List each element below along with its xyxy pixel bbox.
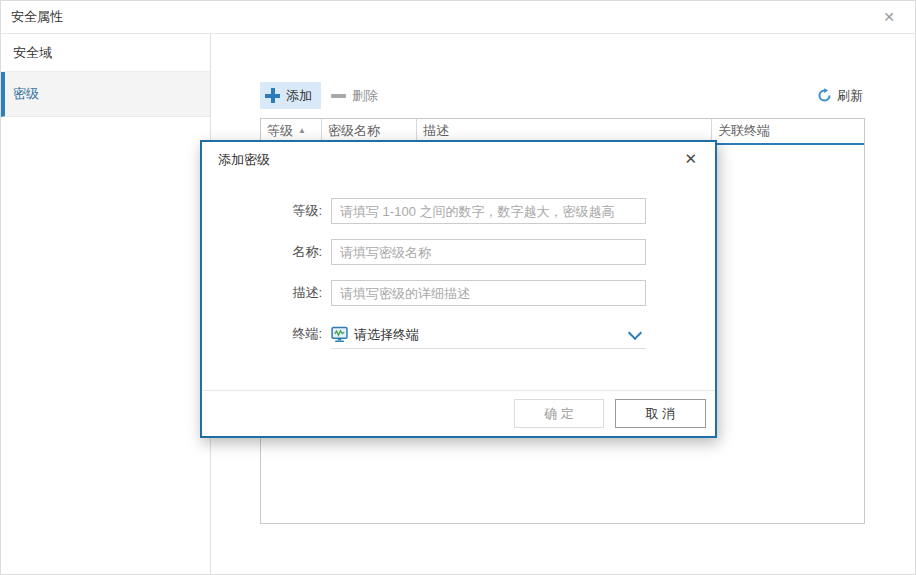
sidebar-item-label: 密级: [13, 86, 39, 101]
close-icon[interactable]: ✕: [877, 1, 901, 33]
titlebar: 安全属性 ✕: [1, 1, 915, 34]
window-title: 安全属性: [11, 1, 63, 33]
description-field-row: 描述:: [202, 280, 715, 307]
refresh-button[interactable]: 刷新: [817, 83, 863, 108]
level-label: 等级:: [202, 198, 322, 224]
refresh-button-label: 刷新: [837, 87, 863, 105]
dialog-footer-divider: [202, 390, 715, 391]
level-field-row: 等级:: [202, 198, 715, 225]
name-label: 名称:: [202, 239, 322, 265]
cancel-button[interactable]: 取 消: [615, 399, 706, 428]
level-input[interactable]: [331, 198, 646, 224]
terminal-dropdown[interactable]: 请选择终端: [331, 321, 646, 349]
name-field-row: 名称:: [202, 239, 715, 266]
add-security-level-dialog: 添加密级 ✕ 等级: 名称: 描述: 终端:: [200, 140, 717, 438]
column-header-associated-terminals[interactable]: 关联终端: [712, 119, 864, 143]
description-input[interactable]: [331, 280, 646, 306]
terminal-label: 终端:: [202, 321, 322, 347]
sidebar-item-label: 安全域: [13, 45, 52, 60]
terminal-field-row: 终端: 请选择终端: [202, 321, 715, 348]
delete-button[interactable]: 删除: [325, 82, 384, 109]
sort-asc-icon[interactable]: ▲: [298, 126, 306, 135]
confirm-button[interactable]: 确 定: [514, 399, 604, 428]
terminal-dropdown-value: 请选择终端: [354, 326, 419, 344]
name-input[interactable]: [331, 239, 646, 265]
sidebar-item-security-domain[interactable]: 安全域: [1, 34, 210, 72]
chevron-down-icon: [628, 326, 642, 340]
plus-icon: [265, 88, 280, 103]
dialog-close-icon[interactable]: ✕: [680, 148, 701, 170]
security-properties-window: 安全属性 ✕ 安全域 密级 添加 删除 刷新 等级▲: [0, 0, 916, 575]
minus-icon: [331, 94, 346, 98]
add-button-label: 添加: [286, 87, 312, 105]
monitor-icon: [331, 326, 348, 343]
description-label: 描述:: [202, 280, 322, 306]
dialog-title: 添加密级: [218, 151, 270, 169]
refresh-icon: [817, 88, 832, 103]
add-button[interactable]: 添加: [260, 82, 321, 109]
sidebar: 安全域 密级: [1, 34, 211, 574]
delete-button-label: 删除: [352, 87, 378, 105]
sidebar-item-security-level[interactable]: 密级: [1, 72, 210, 117]
